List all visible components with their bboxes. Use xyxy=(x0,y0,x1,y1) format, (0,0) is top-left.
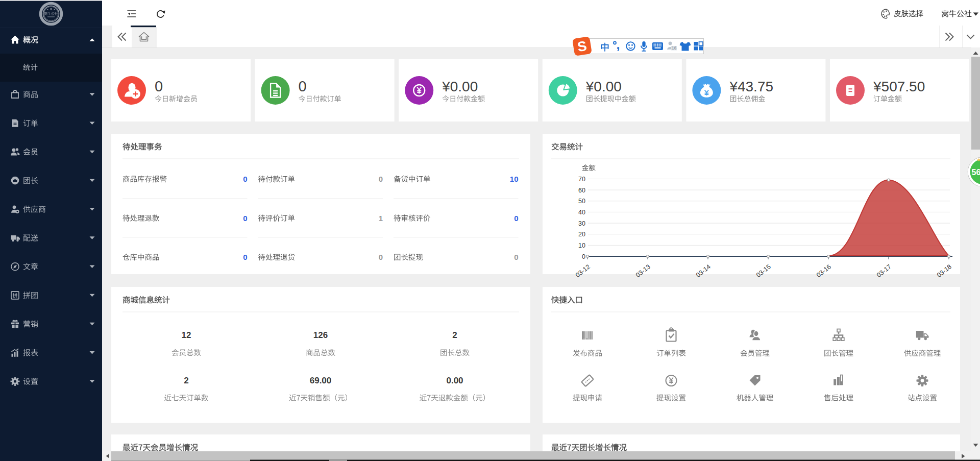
svg-text:69.00: 69.00 xyxy=(310,376,332,385)
svg-text:2: 2 xyxy=(452,330,457,340)
svg-text:0: 0 xyxy=(243,214,247,223)
svg-text:0: 0 xyxy=(582,253,585,260)
svg-text:126: 126 xyxy=(313,330,328,340)
svg-text:0.00: 0.00 xyxy=(446,376,463,385)
svg-text:0: 0 xyxy=(243,175,247,183)
svg-text:¥0.00: ¥0.00 xyxy=(442,79,478,94)
svg-text:0: 0 xyxy=(299,78,307,94)
svg-text:12: 12 xyxy=(182,330,191,340)
svg-text:¥0.00: ¥0.00 xyxy=(585,79,622,94)
svg-text:0: 0 xyxy=(514,253,518,261)
svg-text:¥43.75: ¥43.75 xyxy=(729,79,773,94)
svg-text:50: 50 xyxy=(578,198,585,205)
svg-text:16: 16 xyxy=(672,45,677,51)
svg-text:0: 0 xyxy=(379,253,383,261)
svg-text:0: 0 xyxy=(514,214,518,223)
svg-text:30: 30 xyxy=(578,220,585,227)
svg-text:0: 0 xyxy=(155,78,163,94)
svg-text:0: 0 xyxy=(379,175,383,183)
svg-text:40: 40 xyxy=(578,209,585,216)
svg-text:10: 10 xyxy=(578,242,585,249)
svg-text:¥507.50: ¥507.50 xyxy=(873,79,925,94)
svg-text:2: 2 xyxy=(184,376,188,385)
svg-text:10: 10 xyxy=(510,175,519,183)
svg-text:20: 20 xyxy=(578,231,585,238)
svg-text:70: 70 xyxy=(578,176,585,183)
svg-text:56: 56 xyxy=(972,168,980,177)
svg-text:1: 1 xyxy=(379,214,383,223)
svg-text:,: , xyxy=(617,37,620,52)
svg-text:60: 60 xyxy=(578,187,585,194)
svg-text:0: 0 xyxy=(243,253,247,261)
